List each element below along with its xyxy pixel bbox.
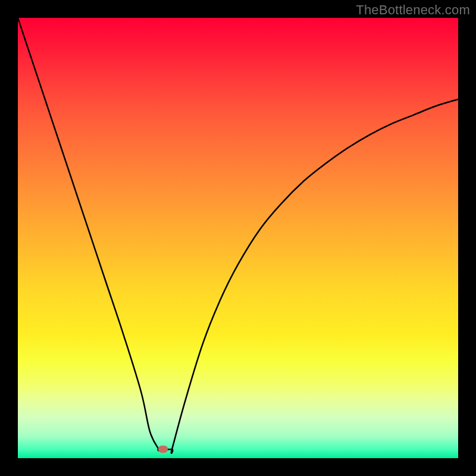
chart-frame: TheBottleneck.com bbox=[0, 0, 476, 476]
plot-area bbox=[18, 18, 458, 458]
optimal-point-marker bbox=[158, 446, 168, 453]
watermark-text: TheBottleneck.com bbox=[356, 2, 470, 18]
bottleneck-curve bbox=[18, 18, 458, 458]
